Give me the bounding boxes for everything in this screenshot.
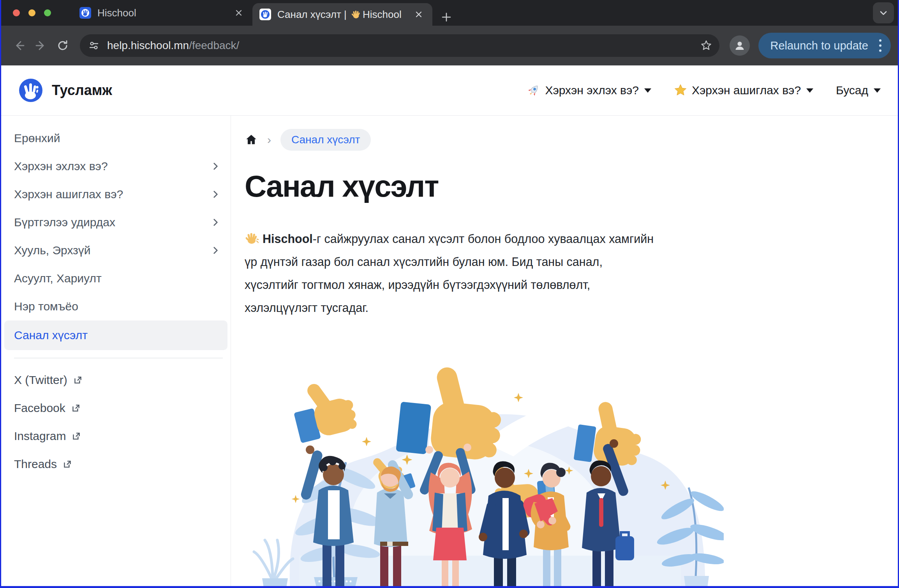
sidebar-link-twitter[interactable]: X (Twitter) xyxy=(1,366,231,394)
breadcrumb-separator: › xyxy=(267,133,271,146)
chevron-right-icon xyxy=(210,245,220,255)
nav-other[interactable]: Бусад xyxy=(836,84,881,97)
tab-search-button[interactable] xyxy=(873,2,894,23)
url-text[interactable]: help.hischool.mn/feedback/ xyxy=(107,39,697,52)
tabs: Hischool Санал хүсэлт | Hischool xyxy=(72,0,873,26)
page-title: Санал хүсэлт xyxy=(245,169,898,204)
nav-how-to-start[interactable]: Хэрхэн эхлэх вэ? xyxy=(527,84,651,97)
thumbs-up-sign xyxy=(396,361,507,462)
hi-hand-logo[interactable] xyxy=(18,78,43,103)
chevron-down-icon xyxy=(644,88,651,93)
people-thumbs-up-illustration xyxy=(245,361,724,588)
tab-strip: Hischool Санал хүсэлт | Hischool xyxy=(1,0,898,26)
tab-title: Hischool xyxy=(97,7,232,19)
traffic-lights xyxy=(13,9,51,16)
forward-button[interactable] xyxy=(30,35,52,56)
reload-button[interactable] xyxy=(52,35,74,56)
tab-close-icon[interactable] xyxy=(232,6,245,19)
close-window-button[interactable] xyxy=(13,9,20,16)
nav-label: Хэрхэн ашиглах вэ? xyxy=(692,84,801,97)
browser-toolbar: help.hischool.mn/feedback/ Relaunch to u… xyxy=(1,26,898,65)
chevron-right-icon xyxy=(210,161,220,171)
main-content: › Санал хүсэлт Санал хүсэлт Hischool-г с… xyxy=(231,116,898,586)
zoom-window-button[interactable] xyxy=(44,9,51,16)
nav-label: Хэрхэн эхлэх вэ? xyxy=(545,84,639,97)
chevron-down-icon xyxy=(874,88,881,93)
sidebar-link-threads[interactable]: Threads xyxy=(1,450,231,478)
sidebar-link-facebook[interactable]: Facebook xyxy=(1,394,231,422)
external-link-icon xyxy=(62,459,72,469)
star-emoji xyxy=(674,84,687,97)
brand-bold: Hischool xyxy=(263,232,313,245)
sidebar-item-general[interactable]: Ерөнхий xyxy=(1,124,231,152)
tab-hischool[interactable]: Hischool xyxy=(72,0,252,26)
tab-feedback[interactable]: Санал хүсэлт | Hischool xyxy=(252,3,432,26)
new-tab-button[interactable] xyxy=(438,9,455,26)
sidebar: Ерөнхий Хэрхэн эхлэх вэ? Хэрхэн ашиглах … xyxy=(1,116,231,586)
hischool-favicon-icon xyxy=(79,7,91,19)
nav-how-to-use[interactable]: Хэрхэн ашиглах вэ? xyxy=(674,84,813,97)
rocket-emoji xyxy=(527,84,540,97)
external-link-icon xyxy=(71,403,81,413)
external-link-icon xyxy=(73,375,83,385)
chevron-right-icon xyxy=(210,217,220,227)
hischool-favicon-icon xyxy=(259,9,271,20)
tab-close-icon[interactable] xyxy=(412,8,425,21)
address-bar[interactable]: help.hischool.mn/feedback/ xyxy=(80,34,719,57)
chevron-down-icon xyxy=(806,88,813,93)
wave-emoji xyxy=(351,9,361,19)
browser-window: Hischool Санал хүсэлт | Hischool xyxy=(0,0,899,588)
site-settings-icon[interactable] xyxy=(88,39,100,52)
sidebar-item-legal[interactable]: Хууль, Эрхзүй xyxy=(1,236,231,264)
breadcrumb: › Санал хүсэлт xyxy=(245,129,898,151)
sidebar-item-feedback[interactable]: Санал хүсэлт xyxy=(4,320,227,350)
relaunch-to-update-button[interactable]: Relaunch to update xyxy=(758,33,891,58)
sidebar-item-manage-account[interactable]: Бүртгэлээ удирдах xyxy=(1,208,231,236)
breadcrumb-current[interactable]: Санал хүсэлт xyxy=(280,129,371,151)
nav-label: Бусад xyxy=(836,84,868,97)
browser-menu-icon[interactable] xyxy=(876,39,885,52)
sidebar-item-glossary[interactable]: Нэр томъёо xyxy=(1,292,231,320)
minimize-window-button[interactable] xyxy=(28,9,35,16)
intro-paragraph: Hischool-г сайжруулах санал хүсэлт болон… xyxy=(245,227,735,319)
sidebar-divider xyxy=(14,358,223,358)
bookmark-star-icon[interactable] xyxy=(697,36,716,55)
wave-emoji xyxy=(245,231,259,245)
relaunch-label: Relaunch to update xyxy=(770,39,868,52)
sidebar-link-instagram[interactable]: Instagram xyxy=(1,422,231,450)
top-nav: Хэрхэн эхлэх вэ? Хэрхэн ашиглах вэ? Буса… xyxy=(527,84,881,97)
thumbs-up-sign xyxy=(287,374,359,443)
sidebar-item-how-to-start[interactable]: Хэрхэн эхлэх вэ? xyxy=(1,152,231,180)
tab-title: Санал хүсэлт | Hischool xyxy=(277,9,412,21)
site-header: Тусламж Хэрхэн эхлэх вэ? Хэрхэн ашиглах … xyxy=(1,65,898,116)
back-button[interactable] xyxy=(8,35,30,56)
site-title: Тусламж xyxy=(52,82,112,99)
sidebar-item-how-to-use[interactable]: Хэрхэн ашиглах вэ? xyxy=(1,180,231,208)
sidebar-item-faq[interactable]: Асуулт, Хариулт xyxy=(1,264,231,292)
external-link-icon xyxy=(71,431,81,441)
home-icon[interactable] xyxy=(245,133,258,146)
chevron-right-icon xyxy=(210,189,220,199)
profile-avatar[interactable] xyxy=(730,35,750,56)
